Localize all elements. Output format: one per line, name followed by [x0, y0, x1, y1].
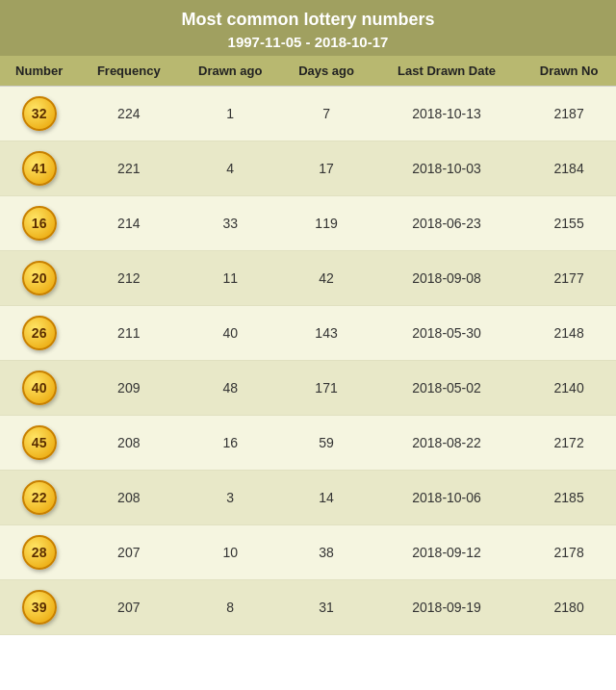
last-drawn-date-cell: 2018-05-30 — [372, 306, 522, 361]
lottery-ball: 26 — [22, 316, 57, 350]
table-row: 40209481712018-05-022140 — [0, 361, 616, 416]
lottery-ball: 20 — [22, 261, 57, 295]
col-drawn-ago: Drawn ago — [179, 56, 281, 87]
drawn-no-cell: 2178 — [522, 525, 616, 580]
number-cell: 45 — [0, 416, 78, 471]
last-drawn-date-cell: 2018-09-12 — [372, 525, 522, 580]
days-ago-cell: 17 — [281, 141, 372, 196]
last-drawn-date-cell: 2018-06-23 — [372, 196, 522, 251]
drawn-ago-cell: 33 — [179, 196, 281, 251]
days-ago-cell: 7 — [281, 87, 372, 141]
days-ago-cell: 59 — [281, 416, 372, 471]
lottery-table: Number Frequency Drawn ago Days ago Last… — [0, 56, 616, 635]
drawn-ago-cell: 48 — [179, 361, 281, 416]
number-cell: 16 — [0, 196, 78, 251]
drawn-no-cell: 2184 — [522, 141, 616, 196]
col-frequency: Frequency — [78, 56, 179, 87]
main-container: Most common lottery numbers 1997-11-05 -… — [0, 0, 616, 635]
last-drawn-date-cell: 2018-10-06 — [372, 471, 522, 525]
days-ago-cell: 42 — [281, 251, 372, 306]
col-days-ago: Days ago — [281, 56, 372, 87]
col-number: Number — [0, 56, 78, 87]
table-row: 2021211422018-09-082177 — [0, 251, 616, 306]
date-range: 1997-11-05 - 2018-10-17 — [0, 34, 616, 50]
drawn-ago-cell: 3 — [179, 471, 281, 525]
drawn-no-cell: 2185 — [522, 471, 616, 525]
last-drawn-date-cell: 2018-10-03 — [372, 141, 522, 196]
lottery-ball: 22 — [22, 480, 57, 515]
table-row: 2820710382018-09-122178 — [0, 525, 616, 580]
drawn-ago-cell: 4 — [179, 141, 281, 196]
number-cell: 28 — [0, 525, 78, 580]
lottery-ball: 40 — [22, 371, 57, 405]
days-ago-cell: 171 — [281, 361, 372, 416]
lottery-ball: 32 — [22, 96, 57, 131]
table-row: 392078312018-09-192180 — [0, 580, 616, 635]
number-cell: 41 — [0, 141, 78, 196]
number-cell: 26 — [0, 306, 78, 361]
lottery-ball: 41 — [22, 151, 57, 186]
days-ago-cell: 119 — [281, 196, 372, 251]
frequency-cell: 211 — [78, 306, 179, 361]
frequency-cell: 214 — [78, 196, 179, 251]
frequency-cell: 208 — [78, 471, 179, 525]
drawn-no-cell: 2148 — [522, 306, 616, 361]
col-drawn-no: Drawn No — [522, 56, 616, 87]
table-header-row: Number Frequency Drawn ago Days ago Last… — [0, 56, 616, 87]
last-drawn-date-cell: 2018-09-08 — [372, 251, 522, 306]
drawn-no-cell: 2180 — [522, 580, 616, 635]
last-drawn-date-cell: 2018-09-19 — [372, 580, 522, 635]
frequency-cell: 224 — [78, 87, 179, 141]
last-drawn-date-cell: 2018-05-02 — [372, 361, 522, 416]
last-drawn-date-cell: 2018-10-13 — [372, 87, 522, 141]
drawn-ago-cell: 8 — [179, 580, 281, 635]
drawn-no-cell: 2177 — [522, 251, 616, 306]
drawn-ago-cell: 16 — [179, 416, 281, 471]
frequency-cell: 212 — [78, 251, 179, 306]
page-title: Most common lottery numbers — [0, 10, 616, 30]
frequency-cell: 221 — [78, 141, 179, 196]
table-row: 4520816592018-08-222172 — [0, 416, 616, 471]
frequency-cell: 209 — [78, 361, 179, 416]
drawn-no-cell: 2155 — [522, 196, 616, 251]
days-ago-cell: 14 — [281, 471, 372, 525]
col-last-drawn-date: Last Drawn Date — [372, 56, 522, 87]
lottery-ball: 16 — [22, 206, 57, 241]
last-drawn-date-cell: 2018-08-22 — [372, 416, 522, 471]
header: Most common lottery numbers 1997-11-05 -… — [0, 0, 616, 56]
table-row: 222083142018-10-062185 — [0, 471, 616, 525]
number-cell: 20 — [0, 251, 78, 306]
table-row: 32224172018-10-132187 — [0, 87, 616, 141]
days-ago-cell: 38 — [281, 525, 372, 580]
lottery-ball: 45 — [22, 425, 57, 460]
number-cell: 40 — [0, 361, 78, 416]
table-row: 16214331192018-06-232155 — [0, 196, 616, 251]
drawn-ago-cell: 10 — [179, 525, 281, 580]
days-ago-cell: 31 — [281, 580, 372, 635]
drawn-no-cell: 2172 — [522, 416, 616, 471]
drawn-no-cell: 2140 — [522, 361, 616, 416]
frequency-cell: 207 — [78, 525, 179, 580]
frequency-cell: 207 — [78, 580, 179, 635]
lottery-ball: 39 — [22, 590, 57, 625]
number-cell: 32 — [0, 87, 78, 141]
drawn-no-cell: 2187 — [522, 87, 616, 141]
number-cell: 22 — [0, 471, 78, 525]
days-ago-cell: 143 — [281, 306, 372, 361]
drawn-ago-cell: 11 — [179, 251, 281, 306]
drawn-ago-cell: 1 — [179, 87, 281, 141]
lottery-ball: 28 — [22, 535, 57, 570]
frequency-cell: 208 — [78, 416, 179, 471]
table-row: 412214172018-10-032184 — [0, 141, 616, 196]
drawn-ago-cell: 40 — [179, 306, 281, 361]
table-row: 26211401432018-05-302148 — [0, 306, 616, 361]
number-cell: 39 — [0, 580, 78, 635]
